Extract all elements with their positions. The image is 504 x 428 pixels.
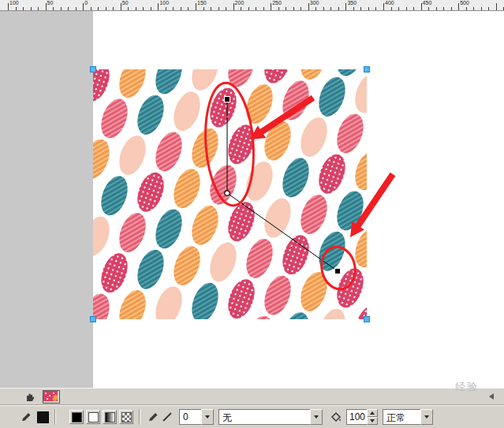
ruler-label: 500: [460, 0, 469, 6]
paint-bucket-icon: [329, 410, 343, 424]
line-icon: [160, 410, 174, 424]
ruler-label: 50: [47, 0, 54, 6]
ruler-label: 0: [84, 0, 88, 6]
stroke-height-value[interactable]: 0: [179, 409, 201, 425]
none-fill-button[interactable]: [86, 410, 100, 424]
ruler-label: 200: [235, 0, 245, 6]
properties-toolbar: 0 无 100 正常: [0, 405, 504, 428]
ruler-label: 100: [159, 0, 169, 6]
alpha-value[interactable]: 100: [346, 409, 367, 425]
gradient-fill-button[interactable]: [103, 410, 117, 424]
pattern-svg: [93, 69, 367, 319]
hand-icon[interactable]: [22, 389, 36, 404]
alpha-spinner[interactable]: 100: [346, 409, 378, 425]
collapse-arrow-icon[interactable]: [486, 391, 497, 402]
stroke-style-combo[interactable]: 无: [218, 409, 323, 425]
chevron-down-icon[interactable]: [310, 409, 323, 425]
ruler-label: 150: [197, 0, 207, 6]
blend-mode-value[interactable]: 正常: [383, 409, 420, 425]
black-fill-button[interactable]: [69, 410, 84, 424]
spinner-down-icon[interactable]: [367, 417, 378, 425]
application-window: 10050050100150200250300350400450500 经验: [0, 0, 504, 428]
pattern-image[interactable]: [93, 69, 367, 319]
ruler-label: 400: [385, 0, 394, 6]
stroke-height-combo[interactable]: 0: [179, 409, 214, 425]
ruler-label: 350: [347, 0, 357, 6]
bitmap-fill-button[interactable]: [119, 410, 133, 424]
options-toolbar: [0, 388, 504, 405]
stroke-color-swatch[interactable]: [37, 411, 49, 423]
pencil-icon: [19, 410, 33, 424]
ruler-label: 100: [9, 0, 19, 6]
workspace: [0, 11, 504, 388]
watermark: 经验: [455, 380, 479, 394]
ruler-label: 450: [423, 0, 432, 6]
chevron-down-icon[interactable]: [201, 409, 214, 425]
ruler-label: 250: [272, 0, 282, 6]
pencil-icon: [146, 410, 160, 424]
ruler-label: 50: [122, 0, 129, 6]
ruler-label: 300: [310, 0, 319, 6]
stroke-style-value[interactable]: 无: [218, 409, 310, 425]
chevron-down-icon[interactable]: [420, 409, 433, 425]
spinner-up-icon[interactable]: [367, 409, 378, 417]
bitmap-fill-swatch[interactable]: [43, 390, 60, 404]
horizontal-ruler[interactable]: 10050050100150200250300350400450500: [0, 0, 504, 11]
blend-mode-combo[interactable]: 正常: [383, 409, 433, 425]
